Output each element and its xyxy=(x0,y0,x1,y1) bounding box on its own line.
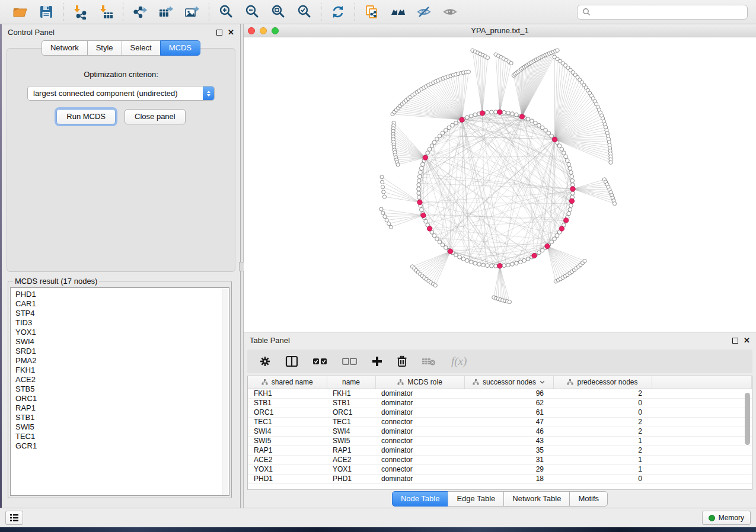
mcds-dominator-node[interactable] xyxy=(421,213,426,217)
mcds-dominator-node[interactable] xyxy=(497,264,502,268)
table-cell[interactable]: ACE2 xyxy=(248,455,327,464)
graph-node[interactable] xyxy=(568,166,572,171)
table-scrollbar-thumb[interactable] xyxy=(745,393,750,445)
graph-node[interactable] xyxy=(473,261,477,265)
table-cell[interactable]: YOX1 xyxy=(248,464,327,474)
graph-node[interactable] xyxy=(432,140,436,145)
network-window-titlebar[interactable]: YPA_prune.txt_1 xyxy=(244,24,756,37)
table-cell[interactable]: 0 xyxy=(553,474,652,483)
table-cell[interactable]: 1 xyxy=(553,455,652,464)
tab-style[interactable]: Style xyxy=(87,40,122,56)
graph-node[interactable] xyxy=(567,211,571,216)
graph-node[interactable] xyxy=(481,263,486,267)
mcds-dominator-node[interactable] xyxy=(480,111,484,116)
mcds-result-item[interactable]: SWI5 xyxy=(15,422,224,432)
graph-node[interactable] xyxy=(473,113,477,117)
mcds-dominator-node[interactable] xyxy=(448,249,452,254)
mcds-dominator-node[interactable] xyxy=(460,117,464,122)
table-cell[interactable]: 1 xyxy=(553,436,652,446)
table-cell[interactable]: TEC1 xyxy=(248,417,327,427)
zoom-in-icon[interactable] xyxy=(218,4,234,20)
table-cell[interactable]: TEC1 xyxy=(327,417,375,427)
graph-node[interactable] xyxy=(379,207,383,211)
mcds-result-item[interactable]: ACE2 xyxy=(15,375,224,384)
table-row[interactable]: SWI5SWI5connector431 xyxy=(248,436,752,446)
graph-node[interactable] xyxy=(540,248,544,252)
mcds-result-item[interactable]: TEC1 xyxy=(15,432,224,441)
table-cell[interactable]: SWI5 xyxy=(327,436,375,446)
table-cell[interactable]: STB1 xyxy=(327,398,375,408)
table-cell[interactable]: YOX1 xyxy=(327,464,375,474)
graph-node[interactable] xyxy=(444,129,448,133)
table-cell[interactable]: 2 xyxy=(553,446,652,455)
table-cell[interactable]: 46 xyxy=(464,427,553,436)
open-folder-icon[interactable] xyxy=(12,4,28,20)
table-cell[interactable]: RAP1 xyxy=(248,446,327,455)
graph-node[interactable] xyxy=(569,171,573,175)
graph-node[interactable] xyxy=(530,119,534,123)
table-cell[interactable]: 1 xyxy=(553,464,652,474)
graph-node[interactable] xyxy=(506,111,511,115)
table-cell[interactable]: 29 xyxy=(464,464,553,474)
graph-node[interactable] xyxy=(560,148,564,152)
table-cell[interactable]: 0 xyxy=(553,398,652,408)
graph-node[interactable] xyxy=(511,112,515,116)
table-cell[interactable]: 43 xyxy=(464,436,553,446)
graph-node[interactable] xyxy=(447,126,451,130)
mcds-result-item[interactable]: FKH1 xyxy=(15,366,224,375)
graph-node[interactable] xyxy=(509,61,513,65)
table-row[interactable]: RAP1RAP1dominator352 xyxy=(248,446,752,455)
graph-node[interactable] xyxy=(433,284,437,287)
graph-node[interactable] xyxy=(417,191,421,196)
table-tab-motifs[interactable]: Motifs xyxy=(569,491,608,507)
mcds-dominator-node[interactable] xyxy=(417,200,422,204)
graph-node[interactable] xyxy=(419,207,423,211)
graph-node[interactable] xyxy=(417,196,421,200)
mcds-result-item[interactable]: SRD1 xyxy=(15,347,224,356)
table-cell[interactable]: 18 xyxy=(464,474,553,483)
column-layout-icon[interactable] xyxy=(285,354,298,369)
mcds-result-item[interactable]: PHD1 xyxy=(15,290,224,299)
graph-node[interactable] xyxy=(432,233,436,238)
graph-node[interactable] xyxy=(389,225,393,229)
graph-node[interactable] xyxy=(540,126,544,130)
table-tab-edge-table[interactable]: Edge Table xyxy=(448,491,504,507)
table-cell[interactable]: 61 xyxy=(464,408,553,417)
graph-node[interactable] xyxy=(381,185,384,189)
mcds-result-item[interactable]: TID3 xyxy=(15,318,224,328)
graph-node[interactable] xyxy=(467,70,470,73)
graph-node[interactable] xyxy=(381,180,384,184)
graph-node[interactable] xyxy=(555,233,559,238)
graph-node[interactable] xyxy=(562,151,566,155)
graph-node[interactable] xyxy=(486,56,489,59)
graph-node[interactable] xyxy=(387,222,391,225)
export-image-icon[interactable] xyxy=(184,4,200,20)
table-cell[interactable]: 2 xyxy=(553,417,652,427)
run-mcds-button[interactable]: Run MCDS xyxy=(56,109,116,124)
graph-node[interactable] xyxy=(556,49,559,52)
table-cell[interactable]: dominator xyxy=(375,389,464,398)
mcds-result-item[interactable]: STB5 xyxy=(15,384,224,394)
graph-node[interactable] xyxy=(514,113,518,117)
float-panel-icon[interactable] xyxy=(216,30,222,36)
column-header-MCDS-role[interactable]: MCDS role xyxy=(375,376,464,389)
zoom-out-icon[interactable] xyxy=(244,4,260,20)
graph-node[interactable] xyxy=(382,195,386,198)
table-row[interactable]: ACE2ACE2connector311 xyxy=(248,455,752,464)
table-cell[interactable]: dominator xyxy=(375,446,464,455)
mcds-result-item[interactable]: YOX1 xyxy=(15,328,224,337)
graph-node[interactable] xyxy=(526,257,530,261)
mcds-dominator-node[interactable] xyxy=(519,114,524,119)
hide-selected-icon[interactable] xyxy=(416,4,432,20)
graph-node[interactable] xyxy=(426,151,430,155)
graph-node[interactable] xyxy=(557,144,562,148)
close-panel-icon[interactable]: ✕ xyxy=(228,30,234,36)
float-table-panel-icon[interactable] xyxy=(732,338,738,344)
graph-node[interactable] xyxy=(396,163,400,166)
table-tab-node-table[interactable]: Node Table xyxy=(392,491,449,507)
mcds-result-item[interactable]: STP4 xyxy=(15,309,224,318)
graph-node[interactable] xyxy=(428,148,432,152)
mcds-result-item[interactable]: STB1 xyxy=(15,413,224,422)
table-cell[interactable]: STB1 xyxy=(248,398,327,408)
table-cell[interactable]: 47 xyxy=(464,417,553,427)
